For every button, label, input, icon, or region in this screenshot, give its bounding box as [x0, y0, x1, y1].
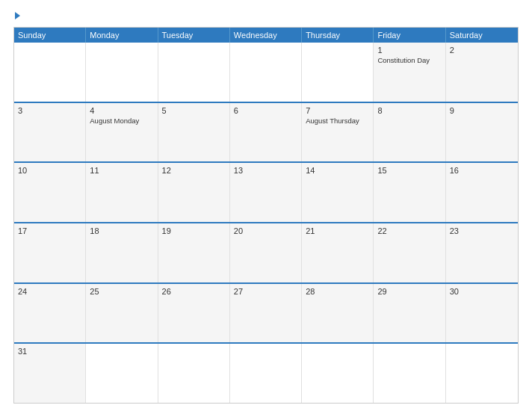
day-number: 9	[450, 106, 514, 115]
day-cell: 17	[14, 223, 86, 282]
day-header-friday: Friday	[374, 28, 445, 43]
day-cell: 28	[302, 284, 374, 343]
day-number: 15	[377, 166, 441, 175]
day-cell: 5	[158, 103, 230, 162]
logo	[13, 12, 20, 19]
day-headers-row: SundayMondayTuesdayWednesdayThursdayFrid…	[14, 28, 518, 43]
day-number: 20	[234, 226, 297, 235]
day-cell: 13	[230, 163, 302, 222]
day-cell	[446, 344, 518, 403]
day-number: 12	[162, 166, 226, 175]
day-number: 17	[18, 226, 81, 235]
day-cell: 19	[158, 223, 230, 282]
logo-blue-text	[13, 12, 20, 19]
day-number: 23	[450, 226, 514, 235]
day-cell: 21	[302, 223, 374, 282]
day-header-thursday: Thursday	[302, 28, 374, 43]
day-cell: 25	[86, 284, 158, 343]
day-cell: 11	[86, 163, 158, 222]
day-number: 14	[306, 166, 369, 175]
day-cell: 20	[230, 223, 302, 282]
day-number: 30	[450, 287, 514, 296]
day-number: 18	[90, 226, 153, 235]
weeks-container: 1Constitution Day234August Monday567Augu…	[14, 43, 518, 403]
day-number: 13	[234, 166, 297, 175]
day-cell	[302, 344, 374, 403]
day-cell: 3	[14, 103, 86, 162]
day-number: 2	[450, 46, 514, 55]
day-cell	[158, 344, 230, 403]
day-cell: 26	[158, 284, 230, 343]
day-number: 25	[90, 287, 153, 296]
header	[13, 12, 519, 19]
day-cell: 7August Thursday	[302, 103, 374, 162]
day-number: 19	[162, 226, 226, 235]
week-row-1: 1Constitution Day2	[14, 43, 518, 102]
day-cell: 9	[446, 103, 518, 162]
day-number: 22	[377, 226, 441, 235]
day-header-saturday: Saturday	[446, 28, 518, 43]
day-cell: 12	[158, 163, 230, 222]
day-cell: 16	[446, 163, 518, 222]
page: SundayMondayTuesdayWednesdayThursdayFrid…	[0, 0, 532, 411]
day-event: Constitution Day	[377, 56, 441, 64]
day-number: 11	[90, 166, 153, 175]
day-cell	[86, 344, 158, 403]
day-cell: 23	[446, 223, 518, 282]
day-number: 29	[377, 287, 441, 296]
day-number: 28	[306, 287, 369, 296]
day-cell: 14	[302, 163, 374, 222]
day-cell: 15	[374, 163, 445, 222]
day-cell: 4August Monday	[86, 103, 158, 162]
day-number: 16	[450, 166, 514, 175]
day-number: 4	[90, 106, 153, 115]
day-number: 27	[234, 287, 297, 296]
day-cell: 1Constitution Day	[374, 43, 445, 102]
day-header-monday: Monday	[86, 28, 158, 43]
day-number: 6	[234, 106, 297, 115]
day-number: 8	[377, 106, 441, 115]
day-cell: 31	[14, 344, 86, 403]
day-cell	[374, 344, 445, 403]
day-cell: 29	[374, 284, 445, 343]
day-cell	[302, 43, 374, 102]
day-cell: 18	[86, 223, 158, 282]
day-cell: 10	[14, 163, 86, 222]
day-cell: 6	[230, 103, 302, 162]
day-header-tuesday: Tuesday	[158, 28, 230, 43]
day-cell: 22	[374, 223, 445, 282]
day-cell: 8	[374, 103, 445, 162]
day-number: 1	[377, 46, 441, 55]
calendar: SundayMondayTuesdayWednesdayThursdayFrid…	[13, 27, 519, 404]
week-row-2: 34August Monday567August Thursday89	[14, 102, 518, 162]
day-cell	[86, 43, 158, 102]
day-event: August Monday	[90, 117, 153, 125]
day-cell: 27	[230, 284, 302, 343]
day-number: 26	[162, 287, 226, 296]
week-row-6: 31	[14, 342, 518, 403]
day-cell: 24	[14, 284, 86, 343]
week-row-5: 24252627282930	[14, 282, 518, 343]
day-cell	[158, 43, 230, 102]
day-event: August Thursday	[306, 117, 369, 125]
day-cell	[14, 43, 86, 102]
day-cell: 2	[446, 43, 518, 102]
day-number: 5	[162, 106, 226, 115]
logo-triangle-icon	[15, 12, 20, 19]
day-cell	[230, 344, 302, 403]
day-number: 31	[18, 347, 81, 356]
day-number: 24	[18, 287, 81, 296]
week-row-4: 17181920212223	[14, 222, 518, 282]
week-row-3: 10111213141516	[14, 161, 518, 222]
day-number: 10	[18, 166, 81, 175]
day-number: 3	[18, 106, 81, 115]
day-number: 7	[306, 106, 369, 115]
day-cell	[230, 43, 302, 102]
day-header-sunday: Sunday	[14, 28, 86, 43]
day-number: 21	[306, 226, 369, 235]
day-cell: 30	[446, 284, 518, 343]
day-header-wednesday: Wednesday	[230, 28, 302, 43]
